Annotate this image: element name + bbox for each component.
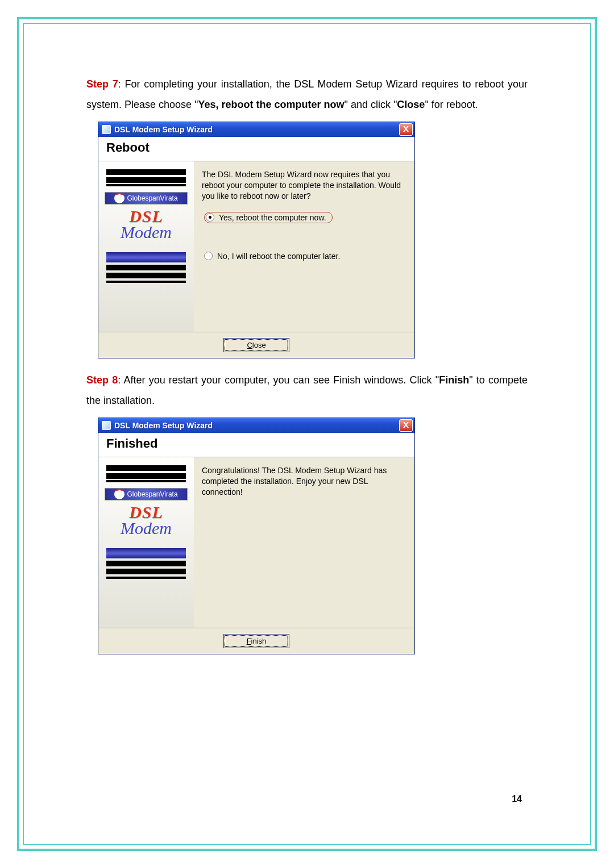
brand-name: GlobespanVirata	[127, 194, 177, 202]
finished-window: DSL Modem Setup Wizard X Finished Globes…	[98, 418, 415, 654]
finish-button[interactable]: Finish	[223, 634, 289, 648]
step8-label: Step 8	[86, 374, 118, 386]
titlebar[interactable]: DSL Modem Setup Wizard X	[98, 418, 414, 433]
close-button-rest: lose	[252, 341, 266, 349]
brand-logo-icon	[114, 489, 125, 499]
option-no-label: No, I will reboot the computer later.	[217, 252, 340, 261]
close-button[interactable]: Close	[223, 338, 289, 352]
window-title: DSL Modem Setup Wizard	[114, 125, 213, 134]
radio-yes-icon[interactable]	[206, 213, 214, 222]
wizard-sidebar: GlobespanVirata DSL Modem	[98, 161, 194, 332]
step7-paragraph: Step 7: For completing your installation…	[86, 74, 528, 115]
step7-label: Step 7	[86, 78, 118, 90]
step7-text-c: " for reboot.	[425, 99, 478, 110]
step8-bold-a: Finish	[439, 374, 469, 386]
brand-badge: GlobespanVirata	[105, 488, 188, 500]
finish-button-rest: inish	[251, 637, 267, 645]
titlebar[interactable]: DSL Modem Setup Wizard X	[98, 122, 414, 137]
finished-message: Congratulations! The DSL Modem Setup Wiz…	[202, 465, 403, 498]
logo-line2: Modem	[103, 223, 189, 242]
finish-button-accel: F	[247, 637, 251, 645]
close-button-accel: C	[247, 341, 252, 349]
step8-paragraph: Step 8: After you restart your computer,…	[86, 370, 528, 411]
close-icon[interactable]: X	[399, 419, 413, 432]
panel-header: Reboot	[106, 140, 406, 155]
step7-bold-b: Close	[397, 99, 425, 110]
radio-no-icon[interactable]	[204, 252, 213, 260]
option-no-row[interactable]: No, I will reboot the computer later.	[204, 252, 403, 261]
close-icon[interactable]: X	[399, 123, 413, 136]
wizard-sidebar: GlobespanVirata DSL Modem	[98, 457, 194, 628]
option-yes-row[interactable]: Yes, reboot the computer now.	[204, 212, 403, 223]
logo-line2: Modem	[103, 519, 189, 538]
step7-text-b: " and click "	[345, 99, 397, 110]
panel-header: Finished	[106, 436, 406, 451]
reboot-message: The DSL Modem Setup Wizard now requires …	[202, 169, 403, 202]
page-number: 14	[512, 794, 522, 804]
brand-name: GlobespanVirata	[127, 490, 177, 498]
step8-text-a: : After you restart your computer, you c…	[118, 374, 439, 386]
app-icon	[102, 421, 111, 430]
window-title: DSL Modem Setup Wizard	[114, 421, 213, 430]
brand-badge: GlobespanVirata	[105, 192, 188, 205]
step7-bold-a: Yes, reboot the computer now	[198, 99, 344, 110]
option-yes-label: Yes, reboot the computer now.	[219, 213, 326, 222]
app-icon	[102, 125, 111, 134]
brand-logo-icon	[114, 193, 125, 203]
reboot-window: DSL Modem Setup Wizard X Reboot Globespa…	[98, 122, 415, 358]
